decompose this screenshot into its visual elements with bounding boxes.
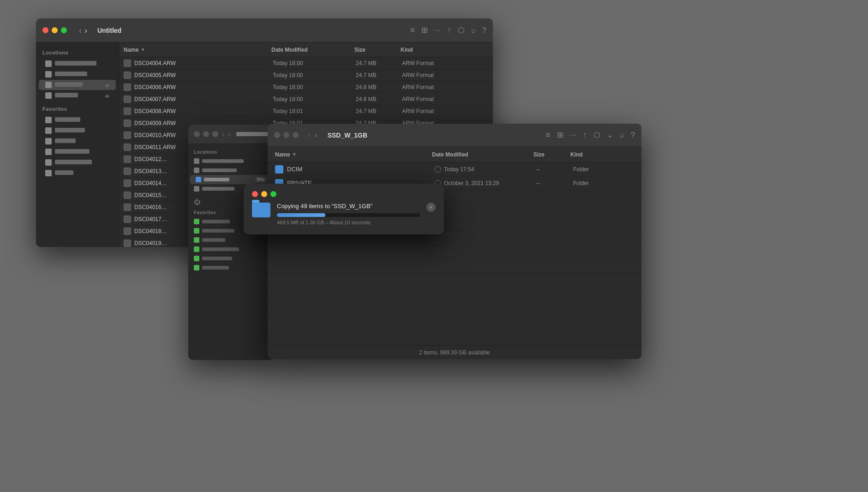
mid-fav-3[interactable] — [188, 245, 274, 254]
traffic-lights-front — [274, 132, 299, 138]
svg-rect-46 — [125, 242, 130, 246]
mid-fav-icon-5 — [194, 265, 199, 270]
dialog-fullscreen-button[interactable] — [270, 191, 276, 197]
file-kind-4: ARW Format — [402, 108, 457, 114]
front-file-row-dcim[interactable]: DCIM Today 17:54 -- Folder — [268, 162, 641, 176]
front-col-kind[interactable]: Kind — [570, 151, 634, 158]
chevron-down-icon-front[interactable]: ⌄ — [607, 130, 613, 140]
svg-rect-4 — [125, 74, 130, 78]
progress-bar-fill — [277, 213, 325, 217]
sidebar-fav-2[interactable] — [39, 136, 116, 146]
col-kind-header[interactable]: Kind — [401, 47, 456, 53]
more-options-icon[interactable]: ··· — [434, 26, 441, 35]
dialog-stop-button[interactable]: ✕ — [426, 203, 436, 212]
sidebar-item-0[interactable] — [39, 59, 116, 69]
sidebar-fav-3[interactable] — [39, 147, 116, 157]
mid-item-2[interactable]: Pro — [190, 175, 272, 184]
fav-icon-5 — [45, 170, 52, 176]
forward-nav-front[interactable]: › — [315, 131, 317, 139]
fullscreen-button-front[interactable] — [293, 132, 299, 138]
sidebar-fav-4[interactable] — [39, 157, 116, 168]
list-view-icon[interactable]: ≡ — [410, 26, 415, 35]
fullscreen-button-mid[interactable] — [212, 131, 218, 137]
share-icon[interactable]: ↑ — [447, 26, 451, 35]
eject-icon-2[interactable]: ⏏ — [105, 82, 109, 88]
svg-rect-47 — [126, 241, 128, 243]
eject-icon-3[interactable]: ⏏ — [105, 93, 109, 99]
file-row-2[interactable]: DSC04006.ARW Today 18:00 24.8 MB ARW For… — [119, 81, 493, 93]
more-options-icon-front[interactable]: ··· — [570, 131, 576, 140]
file-date-1: Today 18:00 — [273, 72, 356, 78]
help-icon-front[interactable]: ? — [631, 131, 635, 140]
mid-drive-icon-0 — [194, 158, 199, 164]
copy-folder-icon — [252, 203, 270, 217]
clock-icon-dcim — [435, 166, 441, 173]
sidebar-item-1[interactable] — [39, 69, 116, 79]
mid-item-label-0 — [202, 158, 268, 164]
file-size-1: 24.7 MB — [356, 72, 402, 78]
forward-nav-mid[interactable]: › — [228, 130, 230, 138]
front-col-size[interactable]: Size — [533, 151, 570, 158]
file-date-3: Today 18:00 — [273, 96, 356, 102]
file-row-1[interactable]: DSC04005.ARW Today 18:00 24.7 MB ARW For… — [119, 69, 493, 81]
file-icon-15 — [124, 240, 131, 247]
empty-row-8 — [268, 287, 641, 301]
fullscreen-button[interactable] — [61, 27, 67, 33]
share-icon-front[interactable]: ↑ — [583, 131, 587, 140]
svg-rect-31 — [125, 182, 130, 186]
back-nav-button[interactable]: ‹ — [79, 26, 82, 35]
mid-fav-icon-0 — [194, 219, 199, 224]
list-view-icon-front[interactable]: ≡ — [546, 131, 551, 140]
dialog-close-button[interactable] — [252, 191, 258, 197]
mid-fav-icon-1 — [194, 228, 199, 234]
mid-item-0[interactable] — [188, 156, 274, 166]
front-status-text: 2 items, 999.39 GB available — [419, 349, 490, 356]
file-row-3[interactable]: DSC04007.ARW Today 18:00 24.8 MB ARW For… — [119, 93, 493, 105]
sidebar-label-1 — [55, 71, 109, 78]
front-col-name[interactable]: Name ▼ — [275, 151, 432, 158]
mid-fav-5[interactable] — [188, 263, 274, 272]
grid-view-icon[interactable]: ⊞ — [421, 25, 428, 35]
close-button-mid[interactable] — [194, 131, 200, 137]
file-row-0[interactable]: DSC04004.ARW Today 18:00 24.7 MB ARW For… — [119, 57, 493, 69]
search-icon-front[interactable]: ⌕ — [620, 131, 624, 140]
sidebar-item-3[interactable]: ⏏ — [39, 90, 116, 101]
help-icon[interactable]: ? — [482, 26, 486, 35]
sidebar-fav-5[interactable] — [39, 168, 116, 178]
file-row-4[interactable]: DSC04008.ARW Today 18:01 24.7 MB ARW For… — [119, 105, 493, 117]
file-name-4: DSC04008.ARW — [134, 108, 273, 114]
front-col-date[interactable]: Date Modified — [432, 151, 533, 158]
file-icon-4 — [124, 108, 131, 115]
sidebar-item-2[interactable]: ⏏ — [39, 80, 116, 90]
folder-icon-dcim — [275, 165, 283, 174]
svg-rect-20 — [126, 133, 128, 135]
tag-icon[interactable]: ⬡ — [458, 25, 465, 35]
mid-item-1[interactable] — [188, 166, 274, 175]
dialog-minimize-button[interactable] — [261, 191, 267, 197]
mid-item-badge-2: Pro — [255, 177, 266, 182]
mid-fav-icon-3 — [194, 246, 199, 252]
empty-row-10 — [268, 315, 641, 329]
back-nav-mid[interactable]: ‹ — [222, 130, 224, 138]
tag-icon-front[interactable]: ⬡ — [593, 130, 600, 140]
back-nav-front[interactable]: ‹ — [308, 131, 310, 139]
forward-nav-button[interactable]: › — [84, 26, 87, 35]
close-button-front[interactable] — [274, 132, 280, 138]
mid-fav-2[interactable] — [188, 235, 274, 245]
search-icon[interactable]: ⌕ — [471, 26, 476, 35]
sidebar-fav-1[interactable] — [39, 126, 116, 136]
mid-fav-4[interactable] — [188, 254, 274, 263]
col-name-header[interactable]: Name ▼ — [124, 47, 271, 53]
minimize-button-front[interactable] — [283, 132, 289, 138]
minimize-button-mid[interactable] — [203, 131, 209, 137]
col-size-header[interactable]: Size — [354, 47, 401, 53]
file-icon-7 — [124, 144, 131, 151]
minimize-button[interactable] — [52, 27, 58, 33]
col-date-header[interactable]: Date Modified — [271, 47, 354, 53]
fav-icon-0 — [45, 117, 52, 123]
grid-view-icon-front[interactable]: ⊞ — [557, 130, 563, 140]
sidebar-fav-0[interactable] — [39, 115, 116, 125]
close-button[interactable] — [42, 27, 48, 33]
svg-rect-5 — [126, 73, 128, 75]
fav-label-5 — [55, 170, 109, 176]
